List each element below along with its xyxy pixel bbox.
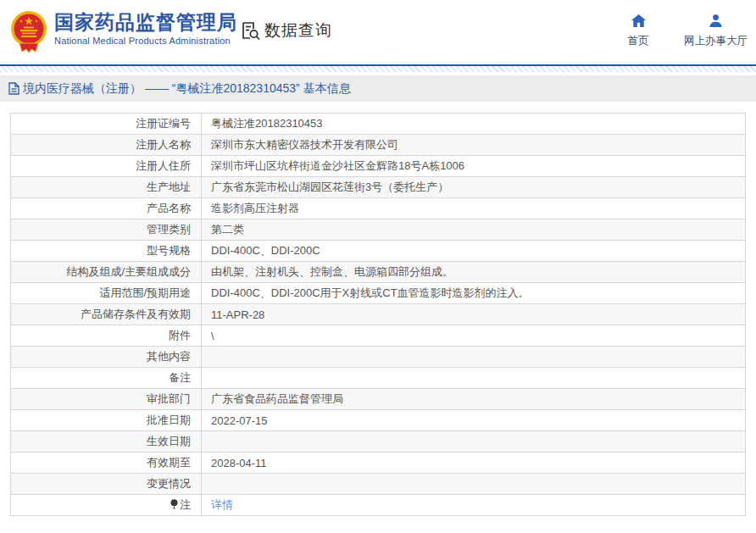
- hatch-texture-strip: [0, 66, 756, 72]
- row-label: 注册证编号: [11, 114, 202, 135]
- data-query-label: 数据查询: [264, 19, 332, 42]
- row-value: [202, 347, 746, 368]
- document-search-icon: [240, 20, 261, 42]
- row-label: 生效日期: [11, 431, 202, 452]
- table-row: 注册证编号粤械注准20182310453: [11, 114, 746, 135]
- national-emblem-logo: [7, 8, 51, 55]
- table-row: 产品储存条件及有效期11-APR-28: [11, 304, 746, 325]
- note-balloon-icon: [170, 499, 178, 513]
- table-row: 批准日期2022-07-15: [11, 410, 746, 431]
- row-value: [202, 368, 746, 389]
- table-row: 注详情: [11, 495, 746, 516]
- row-label: 产品名称: [11, 198, 202, 219]
- data-query-section[interactable]: 数据查询: [240, 19, 332, 42]
- row-value: 2022-07-15: [202, 410, 746, 431]
- nav-online-hall[interactable]: 网上办事大厅: [684, 14, 748, 48]
- row-value: 11-APR-28: [202, 304, 746, 325]
- row-label: 其他内容: [11, 347, 202, 368]
- row-label: 结构及组成/主要组成成分: [11, 262, 202, 283]
- table-row: 生产地址广东省东莞市松山湖园区花莲街3号（委托生产）: [11, 177, 746, 198]
- row-label: 注册人住所: [11, 156, 202, 177]
- table-row: 附件\: [11, 325, 746, 347]
- table-row: 有效期至2028-04-11: [11, 452, 746, 474]
- nav-home-label: 首页: [628, 34, 649, 48]
- row-label: 生产地址: [11, 177, 202, 198]
- row-label: 备注: [11, 368, 202, 389]
- table-row: 管理类别第二类: [11, 219, 746, 241]
- agency-name-zh: 国家药品监督管理局: [54, 11, 237, 33]
- info-table: 注册证编号粤械注准20182310453注册人名称深圳市东大精密仪器技术开发有限…: [10, 113, 746, 516]
- table-row: 注册人名称深圳市东大精密仪器技术开发有限公司: [11, 135, 746, 156]
- row-value: 造影剂高压注射器: [202, 198, 746, 219]
- nav-home[interactable]: 首页: [621, 14, 655, 48]
- breadcrumb-bar: 境内医疗器械（注册） —— “粤械注准20182310453” 基本信息: [0, 75, 756, 102]
- table-row: 生效日期: [11, 431, 746, 452]
- detail-link[interactable]: 详情: [211, 498, 233, 511]
- table-row: 型号规格DDI-400C、DDI-200C: [11, 241, 746, 262]
- table-row: 结构及组成/主要组成成分由机架、注射机头、控制盒、电源箱四部分组成。: [11, 262, 746, 283]
- row-value: DDI-400C、DDI-200C: [202, 241, 746, 262]
- row-label: 审批部门: [11, 389, 202, 410]
- row-value: 2028-04-11: [202, 452, 746, 474]
- row-value: 粤械注准20182310453: [202, 114, 746, 135]
- row-value: 深圳市坪山区坑梓街道金沙社区金辉路18号A栋1006: [202, 156, 746, 177]
- page: 国家药品监督管理局 National Medical Products Admi…: [0, 0, 756, 516]
- row-label: 注册人名称: [11, 135, 202, 156]
- table-row: 产品名称造影剂高压注射器: [11, 198, 746, 219]
- row-value: 第二类: [202, 219, 746, 241]
- site-header: 国家药品监督管理局 National Medical Products Admi…: [0, 0, 756, 64]
- row-value: 由机架、注射机头、控制盒、电源箱四部分组成。: [202, 262, 746, 283]
- row-value: DDI-400C、DDI-200C用于X射线或CT血管造影时造影剂的注入。: [202, 283, 746, 304]
- table-row: 变更情况: [11, 474, 746, 495]
- table-row: 备注: [11, 368, 746, 389]
- row-value: 深圳市东大精密仪器技术开发有限公司: [202, 135, 746, 156]
- row-value: 详情: [202, 495, 746, 516]
- row-value: 广东省食品药品监督管理局: [202, 389, 746, 410]
- table-row: 审批部门广东省食品药品监督管理局: [11, 389, 746, 410]
- row-value: [202, 474, 746, 495]
- row-label: 变更情况: [11, 474, 202, 495]
- info-table-body: 注册证编号粤械注准20182310453注册人名称深圳市东大精密仪器技术开发有限…: [11, 114, 746, 516]
- row-label: 适用范围/预期用途: [11, 283, 202, 304]
- row-label: 附件: [11, 325, 202, 347]
- row-value: \: [202, 325, 746, 347]
- breadcrumb: 境内医疗器械（注册） —— “粤械注准20182310453” 基本信息: [23, 81, 351, 97]
- table-row: 注册人住所深圳市坪山区坑梓街道金沙社区金辉路18号A栋1006: [11, 156, 746, 177]
- nav-online-hall-label: 网上办事大厅: [684, 34, 748, 48]
- row-label: 产品储存条件及有效期: [11, 304, 202, 325]
- row-label: 管理类别: [11, 219, 202, 241]
- user-icon: [709, 14, 723, 31]
- row-value: [202, 431, 746, 452]
- top-nav: 首页 网上办事大厅: [621, 14, 748, 48]
- agency-name-en: National Medical Products Administration: [54, 36, 237, 46]
- row-label: 有效期至: [11, 452, 202, 474]
- table-row: 其他内容: [11, 347, 746, 368]
- document-icon: [8, 82, 19, 95]
- table-row: 适用范围/预期用途DDI-400C、DDI-200C用于X射线或CT血管造影时造…: [11, 283, 746, 304]
- row-label: 注: [11, 495, 202, 516]
- row-label: 批准日期: [11, 410, 202, 431]
- row-value: 广东省东莞市松山湖园区花莲街3号（委托生产）: [202, 177, 746, 198]
- agency-title-block: 国家药品监督管理局 National Medical Products Admi…: [54, 11, 237, 46]
- home-icon: [631, 14, 646, 31]
- row-label: 型号规格: [11, 241, 202, 262]
